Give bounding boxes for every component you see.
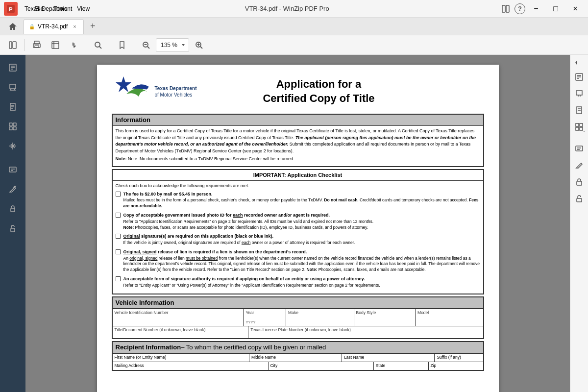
close-button[interactable]: × [566,2,584,16]
pdf-page: Texas Department of Motor Vehicles Appli… [97,65,499,392]
right-panel-btn-3[interactable] [570,102,588,119]
suffix-field: Suffix (if any) [435,354,483,362]
svg-rect-9 [52,42,59,49]
right-panel-btn-8-unlock[interactable] [570,190,588,207]
bookmark-button[interactable] [113,37,131,53]
recipient-row-1: First Name (or Entity Name) Middle Name … [113,353,483,362]
help-button[interactable]: ? [514,3,525,14]
tab-lock-icon: 🔒 [29,24,35,29]
pdf-tab[interactable]: 🔒 VTR-34.pdf × [24,19,84,34]
svg-rect-8 [35,46,39,48]
model-label: Model [417,310,481,316]
pdf-doc-header: Texas Department of Motor Vehicles Appli… [112,74,484,109]
body-style-label: Body Style [356,310,414,316]
right-panel-btn-1[interactable] [570,69,588,85]
title-doc-field: Title/Document Number (if unknown, leave… [113,326,249,338]
check-content-1: The fee is $2.00 by mail or $5.45 in per… [123,191,480,209]
check-sub-5: Refer to "Entity Applicant" or "Using Po… [123,283,380,289]
zoom-dropdown-icon[interactable] [181,43,186,48]
state-label: State [376,363,426,369]
right-panel-btn-5[interactable] [570,140,588,157]
tab-close-button[interactable]: × [71,23,78,30]
window-controls: ? − □ × [499,2,584,16]
logo-dept: Texas Department [155,85,197,92]
mailing-address-label: Mailing Address [115,363,266,369]
year-field: Year YYYY [244,309,286,326]
right-panel-toggle[interactable] [570,57,582,69]
svg-rect-36 [11,228,15,232]
sidebar-toggle-button[interactable] [4,37,22,53]
svg-rect-2 [502,5,505,12]
svg-rect-30 [9,127,12,130]
year-label: Year [245,310,284,316]
svg-rect-45 [580,123,583,126]
window-title: VTR-34.pdf - WinZip PDF Pro [75,5,499,12]
pdf-viewer[interactable]: Texas Department of Motor Vehicles Appli… [25,55,570,392]
checkbox-1[interactable] [116,192,121,196]
checkbox-3[interactable] [116,234,121,239]
sidebar-panel7-button[interactable] [3,180,23,198]
select-tool-button[interactable] [47,37,64,53]
svg-rect-29 [13,123,16,126]
check-item-2: Copy of acceptable government issued pho… [116,212,480,230]
toolbar-separator-2 [86,39,86,51]
zoom-in-button[interactable] [190,37,208,53]
menu-tools[interactable]: Tools [49,3,72,14]
svg-rect-3 [506,5,509,12]
right-panel-btn-6[interactable] [570,157,588,173]
search-button[interactable] [89,37,107,53]
info-note: Note: Note: No documents submitted to a … [116,156,480,163]
maximize-button[interactable]: □ [547,2,564,16]
check-item-4: Original, signed release of lien is requ… [116,249,480,273]
check-content-5: An acceptable form of signature authorit… [123,276,380,288]
panels-icon[interactable] [499,2,513,16]
svg-rect-35 [11,208,15,212]
sidebar-panel2-button[interactable] [3,78,23,96]
menu-view[interactable]: View [72,3,95,14]
check-item-1: The fee is $2.00 by mail or $5.45 in per… [116,191,480,209]
print-button[interactable] [28,37,46,53]
new-tab-button[interactable]: + [86,20,99,33]
recipient-section-header: Recipient Information– To whom the certi… [113,342,483,353]
checkbox-2[interactable] [116,213,121,218]
title-doc-label: Title/Document Number (if unknown, leave… [115,327,246,333]
suffix-label: Suffix (if any) [437,355,481,361]
sidebar-panel1-button[interactable] [3,59,23,76]
vehicle-section-header: Vehicle Information [113,297,483,309]
check-content-3: Original signature(s) are required on th… [123,233,355,245]
minimize-button[interactable]: − [527,2,545,16]
vin-label: Vehicle Identification Number [115,310,242,316]
checkbox-4[interactable] [116,249,121,254]
city-field: City [269,362,374,370]
sidebar-panel4-button[interactable] [3,118,23,135]
checkbox-5[interactable] [116,276,121,281]
logo-text: Texas Department of Motor Vehicles [155,85,197,98]
menu-file[interactable]: File [29,3,49,14]
left-sidebar [0,55,25,392]
sidebar-panel9-button[interactable] [3,220,23,237]
hand-tool-button[interactable] [65,37,83,53]
svg-point-12 [95,42,100,47]
right-panel-btn-4[interactable] [570,119,588,135]
first-name-label: First Name (or Entity Name) [115,355,247,361]
svg-line-16 [147,47,149,49]
make-label: Make [288,310,351,316]
information-body: This form is used to apply for a Certifi… [113,126,483,166]
check-item-5: An acceptable form of signature authorit… [116,276,480,288]
home-tab-button[interactable] [4,20,22,33]
check-sub-2: Refer to "Applicant Identification Requi… [123,219,374,231]
right-panel-btn-7-lock[interactable] [570,173,588,190]
sidebar-panel6-button[interactable] [3,161,23,178]
sidebar-panel5-button[interactable] [3,137,23,155]
svg-text:P: P [9,6,12,12]
sidebar-panel8-button[interactable] [3,200,23,218]
zip-field: Zip [429,362,483,370]
check-sub-1: Mailed fees must be in the form of a per… [123,197,480,209]
right-panel-btn-2[interactable] [570,85,588,102]
sidebar-panel3-button[interactable] [3,98,23,116]
zoom-control[interactable]: 135 % [156,38,189,52]
zoom-out-button[interactable] [137,37,155,53]
svg-rect-5 [13,42,16,49]
make-field: Make [286,309,354,326]
toolbar-separator-1 [24,39,25,51]
